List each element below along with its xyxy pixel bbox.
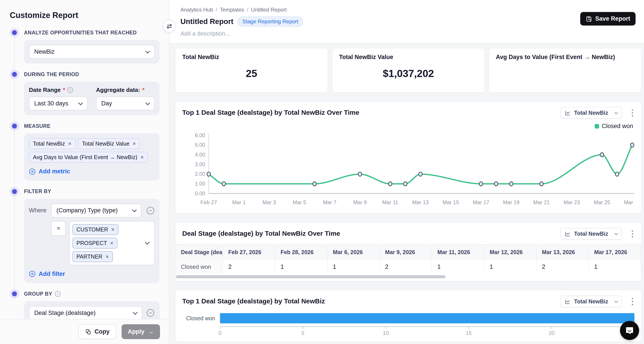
x-axis-tick-label: Mar 21 bbox=[533, 199, 550, 205]
measure-chip[interactable]: Avg Days to Value (First Event → NewBiz)… bbox=[29, 152, 148, 163]
kebab-menu-icon[interactable] bbox=[630, 108, 634, 118]
table-cell-value: 2 bbox=[380, 260, 432, 274]
sidebar-content: Customize Report ANALYZE OPPORTUNITIES T… bbox=[0, 0, 169, 319]
bar-rows: Closed won bbox=[182, 313, 634, 323]
group-by-select[interactable]: Deal Stage (dealstage) bbox=[29, 306, 142, 319]
remove-filter-icon[interactable] bbox=[146, 206, 155, 215]
metric-selector-dropdown[interactable]: Total NewBiz bbox=[560, 107, 622, 119]
filter-value-chip[interactable]: PROSPECT × bbox=[72, 238, 117, 249]
filter-values-box[interactable]: CUSTOMER × PROSPECT × PARTNER bbox=[69, 221, 155, 265]
metric-selector-dropdown[interactable]: Total NewBiz bbox=[560, 296, 622, 307]
aggregate-select[interactable]: Day bbox=[96, 97, 155, 110]
column-header-date[interactable]: Mar 17, 2026 bbox=[589, 244, 641, 260]
remove-group-icon[interactable] bbox=[146, 309, 155, 317]
filter-value-chip[interactable]: CUSTOMER × bbox=[72, 224, 118, 235]
line-chart-icon bbox=[565, 299, 571, 305]
close-icon[interactable]: × bbox=[140, 155, 144, 160]
filter-field-select[interactable]: (Company) Type (type) bbox=[51, 204, 141, 217]
info-icon[interactable]: i bbox=[55, 291, 61, 297]
axis-tick-mark bbox=[386, 327, 386, 329]
step-dot bbox=[10, 121, 19, 131]
column-header-date[interactable]: Mar 9, 2026 bbox=[380, 244, 432, 260]
series-line-closed-won bbox=[209, 145, 632, 184]
x-axis-tick-label: Mar 5 bbox=[293, 199, 306, 205]
column-header-date[interactable]: Mar 13, 2026 bbox=[536, 244, 589, 260]
step-dot bbox=[10, 187, 19, 196]
close-icon[interactable]: × bbox=[68, 141, 72, 147]
filter-field-value: (Company) Type (type) bbox=[56, 207, 118, 214]
data-point-marker[interactable] bbox=[388, 182, 392, 186]
metric-selector-dropdown[interactable]: Total NewBiz bbox=[560, 228, 622, 240]
add-metric-button[interactable]: Add metric bbox=[29, 168, 70, 175]
page-title[interactable]: Untitled Report bbox=[180, 17, 233, 26]
data-point-marker[interactable] bbox=[615, 172, 619, 176]
table-horizontal-scrollbar bbox=[176, 275, 641, 278]
legend-label: Closed won bbox=[602, 123, 633, 130]
step-period-label: DURING THE PERIOD bbox=[24, 71, 79, 77]
column-header-date[interactable]: Feb 27, 2026 bbox=[223, 244, 275, 260]
column-header-date[interactable]: Mar 11, 2026 bbox=[432, 244, 484, 260]
sidebar-toggle-button[interactable] bbox=[163, 20, 176, 33]
step-analyze: ANALYZE OPPORTUNITIES THAT REACHED NewBi… bbox=[10, 28, 160, 63]
apply-button[interactable]: Apply → bbox=[122, 324, 160, 339]
data-point-marker[interactable] bbox=[419, 172, 422, 176]
table-row: Closed won21121121 bbox=[176, 260, 641, 274]
chevron-down-icon bbox=[614, 299, 618, 303]
column-header-date[interactable]: Mar 6, 2026 bbox=[327, 244, 380, 260]
column-header-deal-stage[interactable]: Deal Stage (dealsta... bbox=[176, 244, 223, 260]
operator-box[interactable]: = bbox=[51, 221, 66, 236]
table-cell-value: 2 bbox=[223, 260, 275, 274]
data-point-marker[interactable] bbox=[404, 182, 407, 186]
x-axis-tick-label: Mar 23 bbox=[564, 199, 580, 205]
data-point-marker[interactable] bbox=[313, 182, 316, 186]
data-point-marker[interactable] bbox=[207, 172, 210, 176]
add-filter-button[interactable]: Add filter bbox=[29, 271, 65, 277]
x-axis-tick-label: Mar 9 bbox=[353, 199, 367, 205]
chat-launcher-button[interactable] bbox=[620, 321, 639, 340]
y-axis-tick-label: 1.00 bbox=[195, 181, 205, 187]
bar-closed-won[interactable] bbox=[220, 313, 634, 323]
close-icon[interactable]: × bbox=[106, 254, 109, 259]
info-icon[interactable]: i bbox=[67, 87, 73, 93]
breadcrumb-templates[interactable]: Templates bbox=[220, 7, 244, 13]
filter-panel: Where (Company) Type (type) = bbox=[24, 199, 160, 283]
kebab-menu-icon[interactable] bbox=[630, 229, 634, 239]
description-placeholder[interactable]: Add a description... bbox=[180, 30, 636, 37]
close-icon[interactable]: × bbox=[111, 227, 115, 232]
data-point-marker[interactable] bbox=[494, 182, 498, 186]
date-range-value: Last 30 days bbox=[34, 100, 68, 107]
table-title: Deal Stage (dealstage) by Total NewBiz O… bbox=[182, 228, 340, 237]
measure-chip[interactable]: Total NewBiz Value × bbox=[78, 138, 140, 149]
save-report-button[interactable]: Save Report bbox=[580, 12, 636, 25]
table-cell-value: 1 bbox=[327, 260, 380, 274]
breadcrumb-analytics-hub[interactable]: Analytics Hub bbox=[180, 7, 213, 13]
filter-value-chip[interactable]: PARTNER × bbox=[72, 251, 113, 262]
analyze-event-select[interactable]: NewBiz bbox=[29, 45, 155, 59]
y-axis-tick-label: 5.00 bbox=[195, 142, 205, 148]
kebab-menu-icon[interactable] bbox=[630, 297, 634, 307]
data-point-marker[interactable] bbox=[510, 182, 513, 186]
x-axis-tick-label: Mar 3 bbox=[262, 199, 276, 205]
column-header-date[interactable]: Feb 28, 2026 bbox=[275, 244, 327, 260]
close-icon[interactable]: × bbox=[110, 240, 114, 246]
arrow-right-icon: → bbox=[148, 328, 154, 335]
data-point-marker[interactable] bbox=[479, 182, 483, 186]
kpi-value: $1,037,202 bbox=[332, 67, 484, 79]
column-header-date[interactable]: Mar 12, 2026 bbox=[484, 244, 536, 260]
line-chart-icon bbox=[565, 110, 571, 116]
data-point-marker[interactable] bbox=[540, 182, 543, 186]
group-panel: Deal Stage (dealstage) bbox=[24, 301, 160, 319]
data-point-marker[interactable] bbox=[358, 172, 362, 176]
copy-button[interactable]: Copy bbox=[78, 324, 116, 339]
scrollbar-thumb[interactable] bbox=[176, 275, 446, 278]
measure-chip[interactable]: Total NewBiz × bbox=[29, 138, 75, 149]
analyze-event-value: NewBiz bbox=[34, 48, 55, 55]
step-dot bbox=[10, 289, 19, 299]
close-icon[interactable]: × bbox=[133, 141, 136, 147]
data-point-marker[interactable] bbox=[630, 143, 634, 147]
date-range-select[interactable]: Last 30 days bbox=[29, 97, 88, 110]
data-point-marker[interactable] bbox=[600, 153, 604, 157]
chevron-down-icon bbox=[145, 240, 150, 245]
kpi-row: Total NewBiz 25 Total NewBiz Value $1,03… bbox=[175, 48, 641, 93]
data-point-marker[interactable] bbox=[222, 182, 226, 186]
